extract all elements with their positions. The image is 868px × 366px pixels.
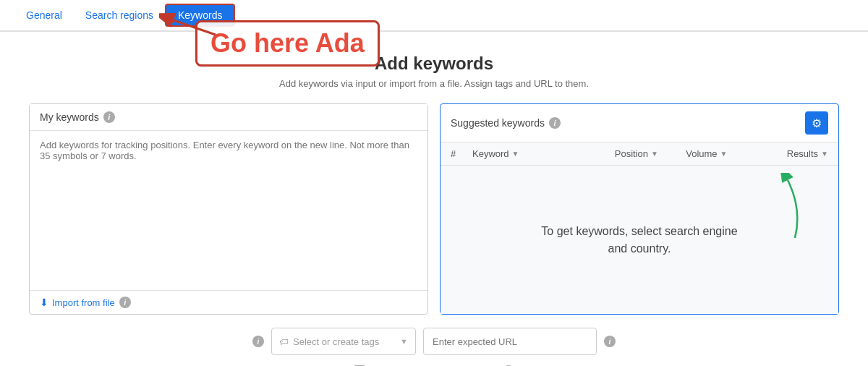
table-header: # Keyword ▼ Position ▼ Volume ▼ Results …: [441, 142, 838, 166]
page-title: Add keywords: [29, 54, 839, 74]
suggested-keywords-info-icon[interactable]: i: [549, 117, 561, 129]
main-content: Add keywords Add keywords via input or i…: [0, 32, 868, 366]
import-from-file-link[interactable]: ⬇ Import from file: [40, 297, 115, 308]
left-panel-footer: ⬇ Import from file i: [30, 290, 427, 314]
page-subtitle: Add keywords via input or import from a …: [29, 78, 839, 89]
nav-bar: General Search regions Keywords Go here …: [0, 0, 868, 32]
gear-button[interactable]: ⚙: [805, 111, 828, 135]
right-panel-title: Suggested keywords i: [451, 117, 561, 129]
tags-placeholder: Select or create tags: [293, 336, 379, 347]
th-hash: #: [451, 148, 472, 159]
th-results: Results ▼: [757, 148, 828, 159]
right-panel: Suggested keywords i ⚙ # Keyword ▼ Posit…: [440, 103, 839, 315]
volume-sort-icon[interactable]: ▼: [720, 150, 728, 158]
position-sort-icon[interactable]: ▼: [651, 150, 658, 158]
import-label: Import from file: [52, 297, 115, 308]
columns-container: My keywords i ⬇ Import from file i Sugge…: [29, 103, 839, 315]
left-panel: My keywords i ⬇ Import from file i: [29, 103, 428, 315]
th-position: Position ▼: [615, 148, 686, 159]
keywords-textarea[interactable]: [30, 131, 427, 290]
results-sort-icon[interactable]: ▼: [821, 150, 828, 158]
tab-search-regions[interactable]: Search regions: [74, 2, 165, 28]
tags-dropdown-arrow: ▼: [400, 337, 408, 346]
th-volume: Volume ▼: [686, 148, 757, 159]
tab-keywords[interactable]: Keywords: [165, 4, 235, 27]
gear-icon: ⚙: [812, 116, 822, 130]
curved-arrow-annotation: [752, 173, 809, 247]
tab-general[interactable]: General: [14, 2, 74, 28]
empty-message: To get keywords, select search engine an…: [538, 223, 741, 258]
import-icon: ⬇: [40, 297, 48, 308]
url-info-icon[interactable]: i: [604, 336, 616, 347]
bottom-row: i 🏷 Select or create tags ▼ i: [29, 328, 839, 355]
keyword-sort-icon[interactable]: ▼: [512, 150, 519, 158]
my-keywords-label: My keywords: [40, 111, 99, 123]
tag-icon: 🏷: [279, 336, 289, 347]
left-panel-header: My keywords i: [30, 104, 427, 131]
tags-select[interactable]: 🏷 Select or create tags ▼: [271, 328, 416, 355]
th-keyword: Keyword ▼: [472, 148, 615, 159]
import-info-icon[interactable]: i: [119, 297, 131, 308]
right-panel-header: Suggested keywords i ⚙: [441, 104, 838, 142]
tags-info-icon[interactable]: i: [252, 336, 264, 347]
suggested-keywords-label: Suggested keywords: [451, 117, 545, 129]
my-keywords-info-icon[interactable]: i: [103, 111, 115, 123]
url-input[interactable]: [423, 328, 597, 355]
right-panel-body: To get keywords, select search engine an…: [441, 166, 838, 314]
page-header: Add keywords Add keywords via input or i…: [29, 54, 839, 89]
